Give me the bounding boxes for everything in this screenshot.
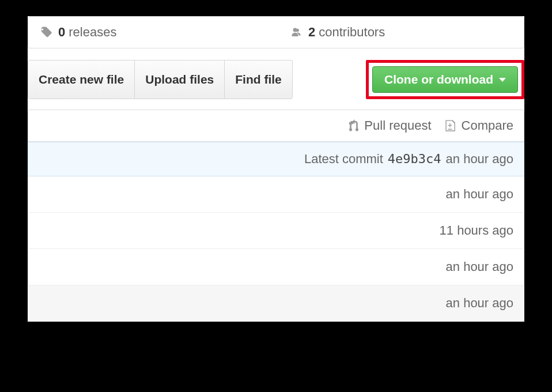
- file-time: an hour ago: [446, 296, 513, 311]
- upload-files-button[interactable]: Upload files: [135, 60, 225, 99]
- commit-time: an hour ago: [446, 152, 513, 167]
- clone-download-button[interactable]: Clone or download: [372, 66, 518, 93]
- pull-request-link[interactable]: Pull request: [348, 118, 431, 133]
- commit-sha[interactable]: 4e9b3c4: [388, 152, 441, 167]
- file-actions-group: Create new file Upload files Find file: [28, 60, 293, 99]
- pull-request-label: Pull request: [364, 118, 431, 133]
- caret-down-icon: [499, 78, 506, 82]
- spacer: [293, 60, 366, 99]
- clone-label: Clone or download: [384, 73, 493, 86]
- contributors-label: contributors: [319, 25, 385, 40]
- file-row[interactable]: an hour ago: [28, 176, 524, 213]
- latest-commit-row: Latest commit 4e9b3c4 an hour ago: [28, 142, 524, 176]
- file-row[interactable]: 11 hours ago: [28, 213, 524, 249]
- code-toolbar: Pull request Compare: [28, 110, 524, 142]
- releases-label: releases: [69, 25, 116, 40]
- clone-highlight: Clone or download: [366, 60, 524, 99]
- releases-count: 0: [58, 25, 65, 40]
- file-row[interactable]: an hour ago: [28, 249, 524, 285]
- file-time: an hour ago: [446, 187, 513, 202]
- compare-label: Compare: [462, 118, 513, 133]
- people-icon: [288, 26, 303, 39]
- contributors-stat[interactable]: 2 contributors: [276, 17, 524, 48]
- contributors-count: 2: [308, 25, 315, 40]
- repo-panel: 0 releases 2 contributors Create new fil…: [28, 16, 524, 322]
- tag-icon: [40, 26, 52, 39]
- diff-icon: [445, 119, 457, 132]
- file-row[interactable]: an hour ago: [28, 285, 524, 322]
- actions-row: Create new file Upload files Find file C…: [28, 60, 524, 99]
- create-file-button[interactable]: Create new file: [28, 60, 135, 99]
- file-time: an hour ago: [446, 259, 513, 274]
- file-time: 11 hours ago: [440, 223, 513, 238]
- compare-link[interactable]: Compare: [445, 118, 513, 133]
- pull-request-icon: [348, 119, 360, 132]
- releases-stat[interactable]: 0 releases: [28, 17, 276, 48]
- find-file-button[interactable]: Find file: [225, 60, 293, 99]
- latest-commit-prefix: Latest commit: [304, 152, 383, 167]
- stats-row: 0 releases 2 contributors: [28, 16, 524, 48]
